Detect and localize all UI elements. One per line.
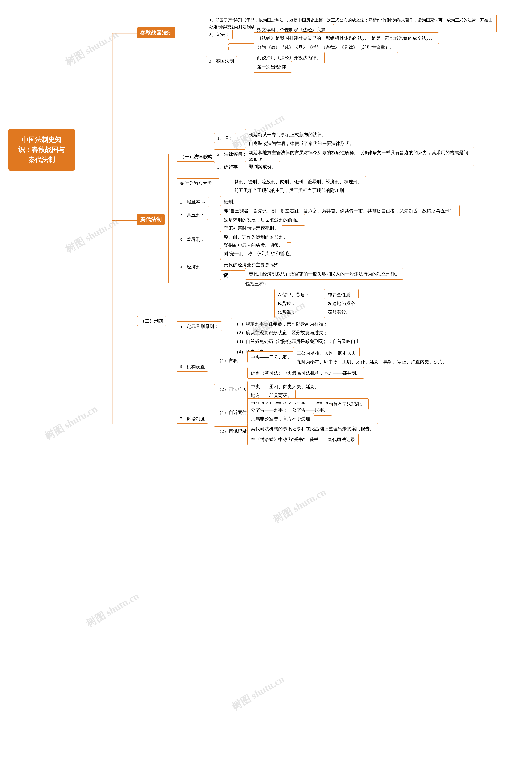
watermark-1: 树图 shutu.cn (63, 28, 121, 69)
watermark-5: 树图 shutu.cn (42, 402, 100, 443)
shixun2: 在《封诊式》中称为"爰书"、爰书——秦代司法记录 (247, 434, 359, 445)
center-text: 中央——三公九卿。 (247, 351, 296, 363)
dingliang3: （3）自首减免处罚（消除犯罪后果减免刑罚）；自首又叫自出 (231, 335, 363, 347)
chi-title: 3、羞辱刑： (177, 234, 208, 244)
jingji-title: 4、经济刑 (177, 262, 203, 272)
dingliang-title: 5、定罪量刑原则： (177, 321, 222, 331)
watermark-8: 树图 shutu.cn (229, 673, 287, 714)
bada-title: 秦时分为八大类： (177, 178, 219, 188)
main-title: 中国法制史知识：春秋战国与秦代法制 (8, 129, 75, 170)
item1-text: 1、郑国子产"铸刑书于鼎，以为国之常法"，这是中国历史上第一次正式公布的成文法；… (206, 15, 497, 32)
ting1: 即判案成例。 (245, 161, 280, 172)
san-zhong-label: 包括三种： (245, 281, 268, 287)
lingge-title: 2、法律答问： (214, 149, 250, 159)
wuxing-title: 2、具五刑： (177, 210, 208, 220)
lifa3: 分为《盗》《贼》《网》《捕》《杂律》《具律》（总则性篇章）。 (254, 42, 398, 53)
watermark-6: 树图 shutu.cn (271, 485, 328, 526)
susong-title: 7、诉讼制度 (177, 414, 208, 424)
xingfa2-title: （二）刑罚 (137, 316, 166, 326)
ting-title: 3、廷行事： (214, 162, 245, 172)
chunqiu-title: 春秋战国法制 (137, 27, 175, 38)
lu-title: 1、律： (214, 133, 236, 143)
falv-forms-title: （一）法律形式 (177, 152, 215, 162)
qindai-title: 秦代法制 (137, 214, 165, 225)
lifa-title: 2、立法： (206, 30, 233, 39)
jiuqing-text: 九卿为奉常、郎中令、卫尉、太仆、廷尉、典客、宗正、治置内史、少府。 (293, 356, 451, 367)
page-container: 树图 shutu.cn 树图 shutu.cn 树图 shutu.cn 树图 s… (0, 0, 532, 21)
bada-list2: 前五类相当于现代的主刑，后三类相当于现代的附加刑。 (231, 185, 352, 196)
jigou-title: 6、机构设置 (177, 362, 208, 371)
chengdan-title: 1、城旦舂 → (177, 197, 209, 207)
watermark-7: 树图 shutu.cn (84, 589, 141, 630)
guanzhi-title: （1）官职： (214, 355, 245, 365)
tingwei-text: 廷尉（掌司法）中央最高司法机构，地方——都县制。 (247, 367, 364, 379)
zi-sub: 秦代用经济制裁惩罚治官吏的一般失职和民人的一般违法行为的独立刑种。 (245, 268, 403, 280)
watermark-3: 树图 shutu.cn (63, 215, 121, 256)
shixun1: 秦代司法机构的事讯记录和在此基础上整理出来的案情报告。 (247, 423, 378, 435)
c-val: 罚服劳役。 (324, 306, 354, 318)
chi3: 耐/完一刑二称，仅剃胡须和鬓毛。 (220, 248, 297, 259)
zi-title: 赀 (220, 270, 231, 280)
c-title: C.赀徭： (274, 306, 299, 318)
qin-lifa-title: 3、秦国法制 (206, 56, 237, 66)
qin2: 第一次出现"律" (254, 61, 292, 73)
